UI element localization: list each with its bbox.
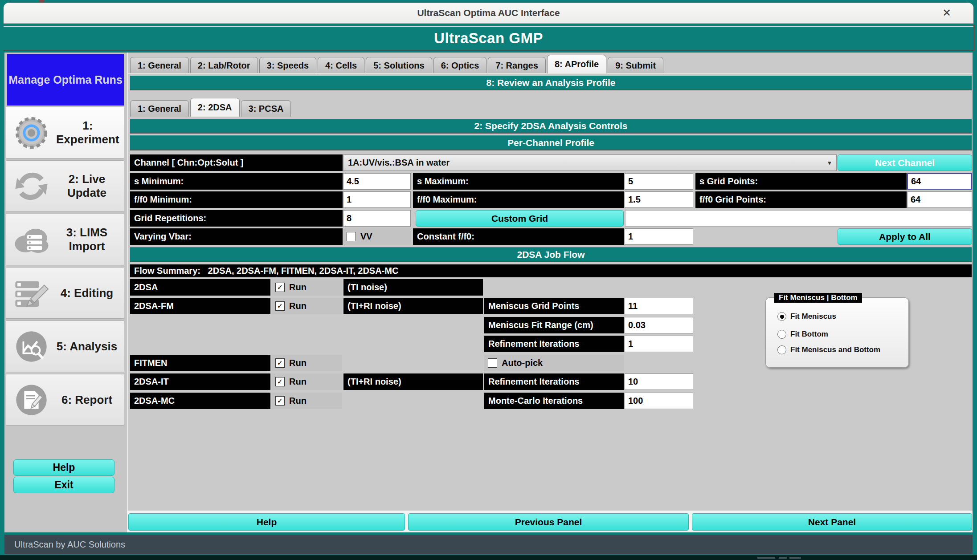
meniscus-fit-range-input[interactable] bbox=[625, 317, 693, 333]
subtab-pcsa[interactable]: 3: PCSA bbox=[241, 100, 291, 117]
status-bar-text: UltraScan by AUC Solutions bbox=[4, 540, 125, 550]
sidebar-item-label: 1: Experiment bbox=[56, 119, 126, 146]
custom-grid-button[interactable]: Custom Grid bbox=[416, 210, 624, 227]
ff0-minimum-input[interactable] bbox=[343, 191, 411, 208]
gear-icon bbox=[6, 112, 56, 154]
job-run-cell: ✓ Run bbox=[272, 298, 342, 314]
desktop-artifact bbox=[39, 0, 45, 2]
sidebar-item-report[interactable]: 6: Report bbox=[6, 374, 124, 426]
s-minimum-input[interactable] bbox=[343, 173, 411, 190]
tab-cells[interactable]: 4: Cells bbox=[318, 57, 364, 73]
ff0-grid-points-label: f/f0 Grid Points: bbox=[695, 191, 907, 208]
grid-repetitions-input[interactable] bbox=[343, 210, 411, 227]
sidebar-item-live-update[interactable]: 2: Live Update bbox=[6, 160, 124, 212]
analysis-icon bbox=[6, 325, 56, 368]
constant-ff0-input[interactable] bbox=[625, 228, 693, 245]
varying-vbar-checkbox[interactable] bbox=[347, 232, 356, 241]
tab-general[interactable]: 1: General bbox=[130, 57, 189, 73]
s-grid-points-input[interactable] bbox=[907, 173, 972, 190]
edit-icon bbox=[6, 272, 56, 314]
fm-refinement-iterations-input[interactable] bbox=[625, 336, 693, 352]
previous-panel-button[interactable]: Previous Panel bbox=[408, 513, 689, 531]
run-label: Run bbox=[289, 301, 307, 311]
radio-fit-meniscus-and-bottom[interactable]: Fit Meniscus and Bottom bbox=[777, 345, 880, 354]
radio-fit-meniscus[interactable]: Fit Meniscus bbox=[777, 312, 836, 321]
tab-aprofile[interactable]: 8: AProfile bbox=[547, 55, 606, 73]
run-checkbox[interactable]: ✓ bbox=[275, 377, 285, 386]
meniscus-fit-range-label: Meniscus Fit Range (cm) bbox=[484, 317, 624, 333]
run-checkbox[interactable]: ✓ bbox=[275, 396, 285, 406]
job-name-2dsa: 2DSA bbox=[130, 279, 270, 296]
sidebar-item-lims-import[interactable]: 3: LIMS Import bbox=[6, 214, 124, 265]
subtab-general[interactable]: 1: General bbox=[130, 100, 189, 117]
tab-submit[interactable]: 9: Submit bbox=[608, 57, 663, 73]
tab-optics[interactable]: 6: Optics bbox=[433, 57, 487, 73]
auto-pick-cell: Auto-pick bbox=[484, 355, 624, 371]
app-header: UltraScan GMP bbox=[4, 26, 973, 51]
next-panel-button[interactable]: Next Panel bbox=[692, 513, 972, 531]
ff0-minimum-label: f/f0 Minimum: bbox=[130, 191, 343, 208]
radio-label: Fit Meniscus bbox=[790, 312, 836, 321]
sidebar-item-editing[interactable]: 4: Editing bbox=[6, 267, 124, 319]
tab-lab-rotor[interactable]: 2: Lab/Rotor bbox=[190, 57, 258, 73]
s-minimum-label: s Minimum: bbox=[130, 173, 343, 190]
job-run-cell: ✓ Run bbox=[272, 393, 342, 409]
ff0-maximum-input[interactable] bbox=[625, 191, 693, 208]
desktop-artifact bbox=[779, 557, 787, 559]
chevron-down-icon: ▾ bbox=[823, 155, 836, 170]
job-name-2dsa-fm: 2DSA-FM bbox=[130, 298, 270, 314]
apply-to-all-button[interactable]: Apply to All bbox=[838, 228, 972, 245]
sidebar-item-label: 5: Analysis bbox=[56, 340, 124, 353]
sidebar-exit-button[interactable]: Exit bbox=[13, 477, 114, 493]
varying-vbar-checkbox-label: VV bbox=[360, 231, 372, 242]
ultrascan-window: UltraScan Optima AUC Interface ✕ UltraSc… bbox=[0, 0, 977, 560]
check-icon: ✓ bbox=[277, 378, 283, 386]
check-icon: ✓ bbox=[277, 360, 283, 367]
sidebar-item-experiment[interactable]: 1: Experiment bbox=[6, 107, 124, 158]
close-icon[interactable]: ✕ bbox=[938, 3, 956, 23]
app-title: UltraScan GMP bbox=[434, 30, 543, 47]
radio-button[interactable] bbox=[777, 345, 786, 354]
manage-optima-runs-button[interactable]: Manage Optima Runs bbox=[7, 54, 124, 106]
monte-carlo-iterations-input[interactable] bbox=[625, 393, 693, 409]
sidebar-item-label: 2: Live Update bbox=[56, 172, 124, 200]
meniscus-grid-points-label: Meniscus Grid Points bbox=[484, 298, 624, 314]
tab-solutions[interactable]: 5: Solutions bbox=[366, 57, 432, 73]
job-name-2dsa-it: 2DSA-IT bbox=[130, 373, 270, 390]
run-label: Run bbox=[289, 396, 307, 406]
grid-repetitions-label: Grid Repetitions: bbox=[130, 210, 343, 227]
run-label: Run bbox=[289, 358, 307, 368]
empty-field bbox=[625, 210, 972, 227]
radio-label: Fit Meniscus and Bottom bbox=[790, 345, 880, 354]
next-channel-button[interactable]: Next Channel bbox=[838, 154, 972, 171]
aprofile-tab-bar: 1: General 2: 2DSA 3: PCSA bbox=[130, 98, 292, 117]
varying-vbar-cell: VV bbox=[343, 228, 411, 245]
run-checkbox[interactable]: ✓ bbox=[275, 283, 285, 292]
radio-fit-bottom[interactable]: Fit Bottom bbox=[777, 330, 828, 339]
sidebar-help-button[interactable]: Help bbox=[13, 459, 114, 476]
ff0-grid-points-input[interactable] bbox=[907, 191, 972, 208]
job-name-2dsa-mc: 2DSA-MC bbox=[130, 393, 270, 409]
run-checkbox[interactable]: ✓ bbox=[275, 358, 285, 368]
job-name-fitmen: FITMEN bbox=[130, 355, 270, 371]
auto-pick-label: Auto-pick bbox=[502, 358, 543, 368]
radio-button[interactable] bbox=[777, 330, 786, 339]
report-icon bbox=[6, 379, 56, 421]
subtab-2dsa[interactable]: 2: 2DSA bbox=[190, 98, 240, 117]
job-noise-2dsa: (TI noise) bbox=[343, 279, 483, 296]
tab-speeds[interactable]: 3: Speeds bbox=[259, 57, 316, 73]
desktop-artifact bbox=[789, 557, 801, 559]
s-maximum-input[interactable] bbox=[625, 173, 693, 190]
channel-select[interactable]: 1A:UV/vis.:BSA in water ▾ bbox=[343, 154, 837, 171]
run-checkbox[interactable]: ✓ bbox=[275, 301, 285, 311]
it-refinement-iterations-input[interactable] bbox=[625, 373, 693, 390]
sidebar-item-analysis[interactable]: 5: Analysis bbox=[6, 321, 124, 372]
job-noise-2dsa-it: (TI+RI noise) bbox=[343, 373, 483, 390]
radio-button-checked[interactable] bbox=[777, 312, 786, 321]
tab-ranges[interactable]: 7: Ranges bbox=[488, 57, 546, 73]
fit-meniscus-group-title: Fit Meniscus | Bottom bbox=[774, 293, 862, 303]
auto-pick-checkbox[interactable] bbox=[488, 358, 497, 368]
footer-help-button[interactable]: Help bbox=[128, 513, 405, 531]
run-label: Run bbox=[289, 377, 307, 387]
meniscus-grid-points-input[interactable] bbox=[625, 298, 693, 314]
